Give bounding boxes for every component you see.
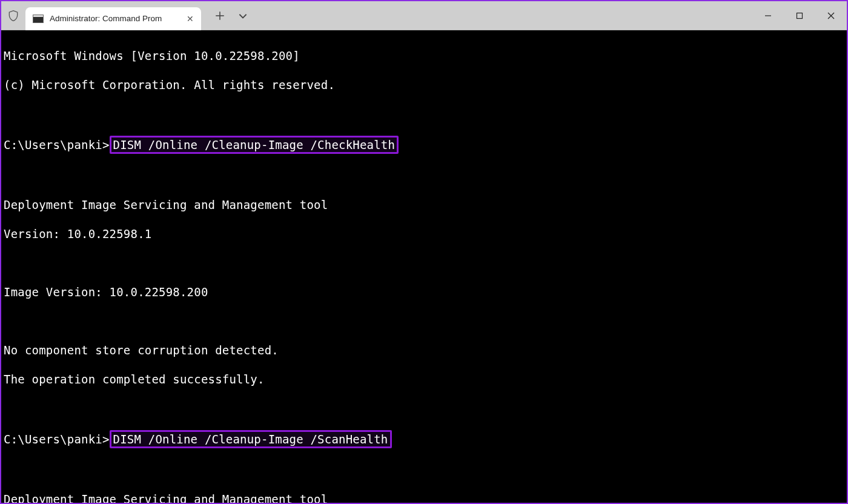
prompt: C:\Users\panki> [4,138,110,151]
os-version-line: Microsoft Windows [Version 10.0.22598.20… [4,48,844,63]
copyright-line: (c) Microsoft Corporation. All rights re… [4,78,844,92]
svg-rect-3 [797,13,803,18]
prompt: C:\Users\panki> [4,433,110,446]
shield-icon [1,1,25,30]
window-controls [752,1,847,30]
image-version: Image Version: 10.0.22598.200 [4,285,844,299]
tab-cmd[interactable]: Administrator: Command Prom ✕ [25,7,201,30]
status-success: The operation completed successfully. [4,372,844,386]
dism-title: Deployment Image Servicing and Managemen… [4,492,844,503]
maximize-button[interactable] [784,1,815,30]
close-window-button[interactable] [815,1,847,30]
cmd-icon [33,15,44,23]
command-scanhealth: DISM /Online /Cleanup-Image /ScanHealth [110,430,392,448]
tab-title: Administrator: Command Prom [50,14,179,23]
tabbar-actions [201,10,248,21]
dism-title: Deployment Image Servicing and Managemen… [4,197,844,212]
status-no-corruption: No component store corruption detected. [4,343,844,357]
tab-dropdown-button[interactable] [237,10,248,21]
terminal-output[interactable]: Microsoft Windows [Version 10.0.22598.20… [1,30,847,503]
titlebar: Administrator: Command Prom ✕ [1,1,847,30]
close-tab-button[interactable]: ✕ [185,14,195,24]
new-tab-button[interactable] [214,10,225,21]
minimize-button[interactable] [752,1,784,30]
app-window: Administrator: Command Prom ✕ Microsoft … [0,0,848,504]
command-checkhealth: DISM /Online /Cleanup-Image /CheckHealth [110,136,399,154]
dism-version: Version: 10.0.22598.1 [4,227,844,241]
